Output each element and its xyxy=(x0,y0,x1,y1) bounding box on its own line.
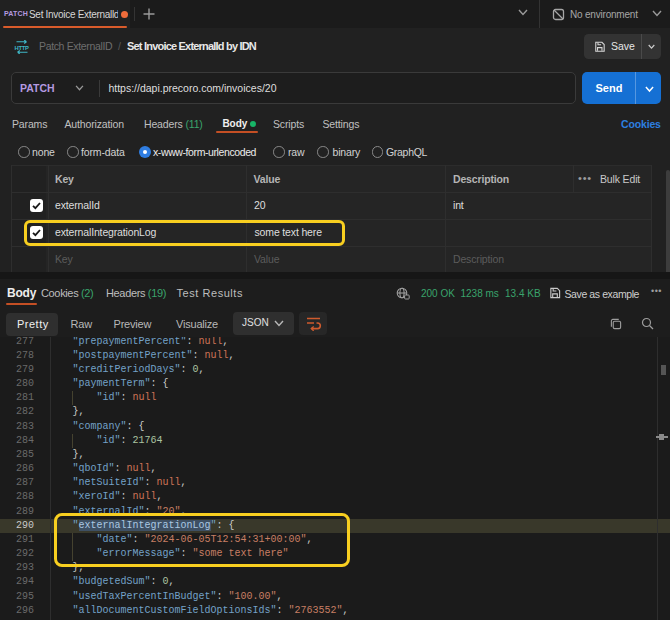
svg-text:HTTP: HTTP xyxy=(15,45,29,51)
